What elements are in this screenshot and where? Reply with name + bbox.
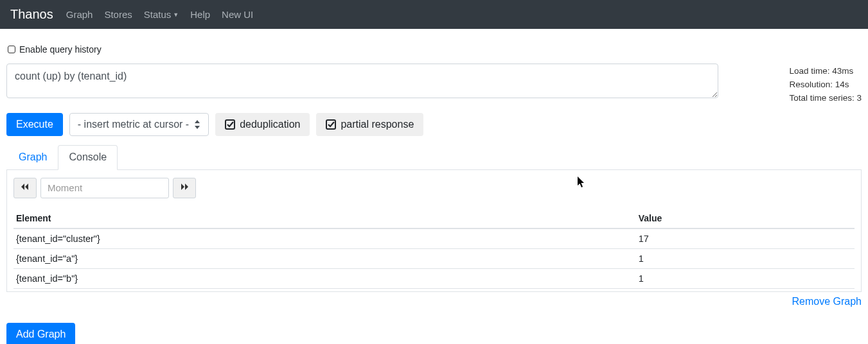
table-row: {tenant_id="cluster"} 17	[13, 228, 855, 249]
enable-history-row: Enable query history	[6, 35, 862, 60]
nav-new-ui[interactable]: New UI	[222, 9, 253, 20]
deduplication-label: deduplication	[240, 119, 300, 130]
th-value: Value	[636, 209, 855, 228]
results-table: Element Value {tenant_id="cluster"} 17 {…	[13, 209, 855, 289]
svg-rect-1	[326, 120, 335, 129]
add-graph-button[interactable]: Add Graph	[6, 323, 75, 344]
table-row: {tenant_id="b"} 1	[13, 268, 855, 288]
svg-rect-0	[226, 120, 235, 129]
enable-history-checkbox[interactable]	[8, 46, 15, 53]
brand[interactable]: Thanos	[10, 7, 53, 22]
moment-prev-button[interactable]	[13, 178, 37, 198]
nav-status-label: Status	[144, 9, 172, 20]
remove-graph-wrap: Remove Graph	[6, 296, 862, 307]
navbar: Thanos Graph Stores Status ▼ Help New UI	[0, 0, 868, 29]
nav-status[interactable]: Status ▼	[144, 9, 179, 20]
tabs: Graph Console	[6, 145, 862, 170]
execute-button[interactable]: Execute	[6, 113, 63, 136]
cell-element: {tenant_id="b"}	[13, 268, 636, 288]
double-chevron-right-icon	[180, 183, 189, 193]
enable-history-label: Enable query history	[19, 44, 102, 55]
cell-value: 1	[636, 268, 855, 288]
cell-element: {tenant_id="a"}	[13, 248, 636, 268]
sort-icon	[194, 120, 200, 129]
nav-stores[interactable]: Stores	[104, 9, 132, 20]
moment-input[interactable]	[40, 178, 169, 198]
cell-element: {tenant_id="cluster"}	[13, 228, 636, 249]
stat-load-time: Load time: 43ms	[789, 65, 862, 78]
double-chevron-left-icon	[21, 183, 30, 193]
partial-response-toggle[interactable]: partial response	[316, 113, 423, 136]
cell-value: 17	[636, 228, 855, 249]
tab-graph[interactable]: Graph	[8, 145, 58, 170]
chevron-down-icon: ▼	[173, 12, 179, 18]
query-input[interactable]	[6, 64, 718, 98]
partial-response-label: partial response	[341, 119, 414, 130]
metric-select-label: - insert metric at cursor -	[78, 119, 189, 130]
table-row: {tenant_id="a"} 1	[13, 248, 855, 268]
checkbox-checked-icon	[225, 119, 235, 130]
metric-select[interactable]: - insert metric at cursor -	[69, 113, 209, 136]
tab-console[interactable]: Console	[58, 145, 118, 170]
query-stats: Load time: 43ms Resolution: 14s Total ti…	[776, 64, 862, 105]
console-panel: Element Value {tenant_id="cluster"} 17 {…	[6, 170, 862, 292]
deduplication-toggle[interactable]: deduplication	[215, 113, 310, 136]
checkbox-checked-icon	[326, 119, 336, 130]
nav-graph[interactable]: Graph	[66, 9, 93, 20]
remove-graph-link[interactable]: Remove Graph	[792, 296, 862, 307]
moment-next-button[interactable]	[173, 178, 196, 198]
stat-total-series: Total time series: 3	[789, 92, 862, 105]
th-element: Element	[13, 209, 636, 228]
nav-help[interactable]: Help	[190, 9, 210, 20]
stat-resolution: Resolution: 14s	[789, 78, 862, 92]
cell-value: 1	[636, 248, 855, 268]
